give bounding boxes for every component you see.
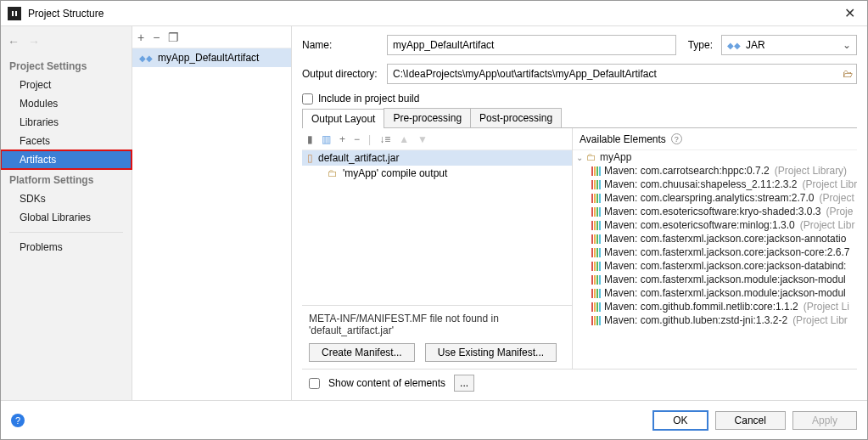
nav-back-icon[interactable]: ← — [8, 35, 20, 48]
available-library-item[interactable]: Maven: com.esotericsoftware:kryo-shaded:… — [573, 205, 857, 218]
sidebar-item-project[interactable]: Project — [1, 76, 132, 94]
library-label: Maven: com.fasterxml.jackson.core:jackso… — [604, 260, 846, 272]
sort-icon[interactable]: ↓≡ — [379, 133, 390, 145]
type-select-value: JAR — [746, 39, 765, 51]
library-suffix: (Project — [819, 192, 854, 204]
up-icon[interactable]: ▲ — [399, 133, 409, 145]
library-suffix: (Project Li — [804, 301, 849, 313]
sidebar-item-libraries[interactable]: Libraries — [1, 113, 132, 132]
tab-pre-processing[interactable]: Pre-processing — [384, 108, 471, 127]
artifact-list-panel: + − ❐ ◆◆ myApp_DefaultArtifact — [132, 26, 292, 400]
library-icon — [591, 180, 601, 189]
app-icon — [8, 7, 21, 20]
close-icon[interactable]: ✕ — [839, 5, 860, 21]
library-icon — [591, 194, 601, 203]
layout-tree-root[interactable]: ▯ default_artifact.jar — [302, 150, 572, 166]
include-build-checkbox[interactable] — [302, 93, 313, 104]
show-content-checkbox[interactable] — [309, 378, 320, 389]
library-label: Maven: com.fasterxml.jackson.core:jackso… — [604, 233, 846, 245]
library-label: Maven: com.esotericsoftware:kryo-shaded:… — [604, 206, 820, 217]
tab-output-layout[interactable]: Output Layout — [302, 109, 384, 128]
library-icon — [591, 221, 601, 230]
help-button[interactable]: ? — [11, 414, 25, 427]
library-icon — [591, 207, 601, 217]
library-label: Maven: com.esotericsoftware:minlog:1.3.0 — [604, 219, 795, 231]
layout-tree-item[interactable]: 🗀 'myApp' compile output — [302, 166, 572, 181]
tab-post-processing[interactable]: Post-processing — [470, 108, 562, 127]
sidebar-section-project: Project Settings — [1, 55, 132, 76]
svg-rect-0 — [10, 9, 19, 18]
new-file-icon[interactable]: ▥ — [322, 133, 331, 145]
type-select[interactable]: ◆◆ JAR — [721, 35, 857, 55]
available-root[interactable]: ⌄🗀myApp — [573, 150, 857, 164]
available-library-item[interactable]: Maven: com.fasterxml.jackson.core:jackso… — [573, 259, 857, 273]
add-artifact-icon[interactable]: + — [137, 31, 144, 44]
available-library-item[interactable]: Maven: com.esotericsoftware:minlog:1.3.0… — [573, 218, 857, 232]
outdir-field[interactable]: C:\IdeaProjects\myApp\out\artifacts\myAp… — [387, 64, 857, 84]
cancel-button[interactable]: Cancel — [715, 411, 786, 430]
library-icon — [591, 166, 601, 176]
available-library-item[interactable]: Maven: com.fasterxml.jackson.module:jack… — [573, 273, 857, 286]
window-title: Project Structure — [28, 8, 839, 20]
available-library-item[interactable]: Maven: com.carrotsearch:hppc:0.7.2 (Proj… — [573, 164, 857, 178]
library-icon — [591, 234, 601, 244]
artifact-list-item[interactable]: ◆◆ myApp_DefaultArtifact — [132, 48, 291, 67]
add-copy-icon[interactable]: + — [339, 133, 345, 145]
nav-forward-icon[interactable]: → — [28, 35, 40, 48]
remove-artifact-icon[interactable]: − — [153, 31, 160, 44]
available-elements-panel: Available Elements ? ⌄🗀myApp Maven: com.… — [573, 128, 857, 369]
new-folder-icon[interactable]: ▮ — [307, 133, 313, 145]
sidebar-item-modules[interactable]: Modules — [1, 94, 132, 113]
name-input[interactable] — [387, 35, 676, 55]
show-content-options-button[interactable]: ... — [454, 375, 474, 392]
module-output-icon: 🗀 — [328, 167, 338, 179]
remove-icon[interactable]: − — [354, 133, 360, 145]
sidebar-item-global-libraries[interactable]: Global Libraries — [1, 208, 132, 227]
browse-folder-icon[interactable]: 🗁 — [843, 68, 853, 80]
available-header: Available Elements — [580, 133, 666, 145]
help-icon[interactable]: ? — [671, 133, 682, 144]
outdir-label: Output directory: — [302, 68, 387, 80]
library-suffix: (Project Library) — [775, 165, 847, 177]
create-manifest-button[interactable]: Create Manifest... — [309, 343, 415, 362]
library-label: Maven: com.fasterxml.jackson.module:jack… — [604, 274, 846, 285]
available-root-label: myApp — [600, 151, 631, 163]
sidebar-item-problems[interactable]: Problems — [1, 238, 132, 257]
available-library-item[interactable]: Maven: com.fasterxml.jackson.module:jack… — [573, 286, 857, 300]
library-label: Maven: com.chuusai:shapeless_2.11:2.3.2 — [604, 178, 797, 190]
library-suffix: (Project Libr — [802, 178, 857, 190]
copy-artifact-icon[interactable]: ❐ — [168, 31, 179, 44]
sidebar-item-sdks[interactable]: SDKs — [1, 189, 132, 208]
library-icon — [591, 316, 601, 325]
available-library-item[interactable]: Maven: com.clearspring.analytics:stream:… — [573, 191, 857, 205]
available-library-item[interactable]: Maven: com.github.fommil.netlib:core:1.1… — [573, 300, 857, 313]
library-label: Maven: com.carrotsearch:hppc:0.7.2 — [604, 165, 770, 177]
tabs: Output Layout Pre-processing Post-proces… — [302, 108, 857, 128]
svg-rect-2 — [15, 11, 17, 16]
down-icon[interactable]: ▼ — [417, 133, 428, 145]
main-panel: Name: Type: ◆◆ JAR Output directory: C:\… — [292, 26, 867, 400]
library-label: Maven: com.clearspring.analytics:stream:… — [604, 192, 814, 204]
library-label: Maven: com.github.fommil.netlib:core:1.1… — [604, 301, 798, 313]
sidebar-item-facets[interactable]: Facets — [1, 132, 132, 150]
available-library-item[interactable]: Maven: com.fasterxml.jackson.core:jackso… — [573, 232, 857, 245]
available-library-item[interactable]: Maven: com.fasterxml.jackson.core:jackso… — [573, 245, 857, 259]
library-suffix: (Proje — [826, 206, 853, 217]
sidebar: ← → Project Settings Project Modules Lib… — [1, 26, 132, 400]
layout-root-label: default_artifact.jar — [318, 152, 399, 164]
artifact-list-item-label: myApp_DefaultArtifact — [158, 52, 259, 64]
available-library-item[interactable]: Maven: com.chuusai:shapeless_2.11:2.3.2 … — [573, 178, 857, 191]
sidebar-item-artifacts[interactable]: Artifacts — [1, 150, 132, 169]
library-label: Maven: com.fasterxml.jackson.module:jack… — [604, 287, 846, 299]
library-icon — [591, 262, 601, 271]
library-label: Maven: com.github.luben:zstd-jni:1.3.2-2 — [604, 314, 787, 326]
available-library-item[interactable]: Maven: com.github.luben:zstd-jni:1.3.2-2… — [573, 313, 857, 327]
ok-button[interactable]: OK — [652, 410, 708, 431]
apply-button[interactable]: Apply — [792, 411, 857, 430]
library-icon — [591, 275, 601, 285]
use-manifest-button[interactable]: Use Existing Manifest... — [425, 343, 557, 362]
include-build-label: Include in project build — [318, 93, 419, 104]
layout-item-label: 'myApp' compile output — [343, 167, 447, 179]
outdir-value: C:\IdeaProjects\myApp\out\artifacts\myAp… — [393, 68, 657, 80]
folder-icon: 🗀 — [586, 151, 596, 163]
